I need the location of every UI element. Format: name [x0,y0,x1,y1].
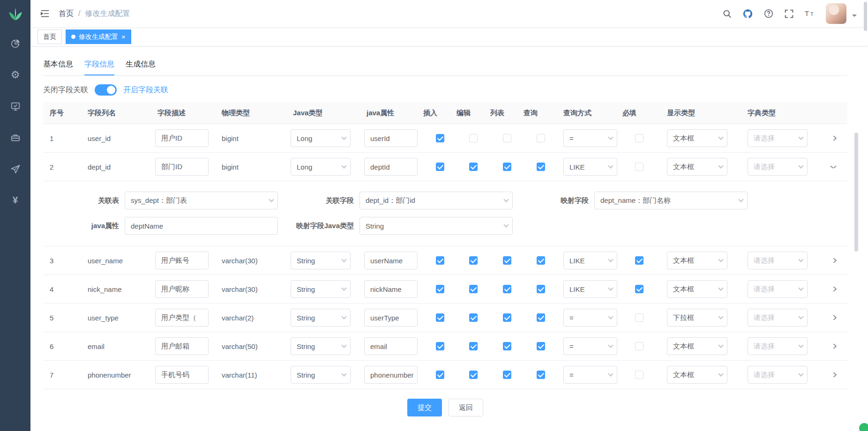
java-type-select[interactable]: String [291,280,351,298]
expand-row-icon[interactable] [830,344,836,349]
sidebar-toggle-button[interactable] [40,8,50,19]
column-desc-input[interactable]: 部门ID [155,158,209,176]
sidebar-item-pay[interactable]: ¥ [0,185,30,216]
font-size-icon[interactable]: TT [804,8,816,19]
insert-checkbox[interactable] [436,285,444,293]
java-prop-input[interactable]: phonenumber [364,366,418,384]
caret-down-icon[interactable] [852,15,857,19]
java-prop-input[interactable]: email [364,337,418,355]
mapped-java-type-select[interactable]: String [359,217,513,235]
dict-type-select[interactable]: 请选择 [748,366,808,384]
insert-checkbox[interactable] [436,134,444,142]
list-checkbox[interactable] [503,371,511,379]
expand-row-icon[interactable] [830,315,836,320]
query-checkbox[interactable] [537,163,545,171]
association-on-label[interactable]: 开启字段关联 [123,85,168,95]
list-checkbox[interactable] [503,134,511,142]
query-checkbox[interactable] [537,313,545,322]
query-type-select[interactable]: LIKE [563,252,617,269]
required-checkbox[interactable] [635,134,644,142]
display-type-select[interactable]: 下拉框 [667,309,727,327]
java-type-select[interactable]: String [291,252,351,269]
fullscreen-icon[interactable] [784,9,794,19]
display-type-select[interactable]: 文本框 [667,158,727,176]
app-logo[interactable] [0,0,30,28]
display-type-select[interactable]: 文本框 [667,337,727,355]
query-type-select[interactable]: = [563,337,617,355]
expand-row-icon[interactable] [830,287,836,291]
avatar[interactable] [826,3,846,24]
tag-home[interactable]: 首页 [37,30,62,44]
query-type-select[interactable]: = [563,309,617,327]
java-type-select[interactable]: Long [291,158,351,176]
column-desc-input[interactable]: 用户邮箱 [155,337,209,355]
sidebar-item-tool[interactable] [0,122,30,153]
java-type-select[interactable]: Long [291,129,351,147]
sidebar-item-system[interactable]: ⚙ [0,59,30,90]
detail-java-prop-input[interactable]: deptName [125,217,278,235]
display-type-select[interactable]: 文本框 [667,366,727,384]
insert-checkbox[interactable] [436,163,444,171]
dict-type-select[interactable]: 请选择 [748,309,808,327]
required-checkbox[interactable] [635,163,644,171]
floating-button[interactable] [859,423,868,431]
insert-checkbox[interactable] [436,313,444,322]
sidebar-item-monitor[interactable] [0,90,30,122]
column-desc-input[interactable]: 用户昵称 [155,280,209,298]
query-checkbox[interactable] [537,134,545,142]
table-scrollbar[interactable] [854,133,858,252]
query-type-select[interactable]: LIKE [563,158,617,176]
dict-type-select[interactable]: 请选择 [748,337,808,355]
submit-button[interactable]: 提交 [407,399,442,416]
edit-checkbox[interactable] [469,285,478,293]
back-button[interactable]: 返回 [449,399,483,416]
java-type-select[interactable]: String [291,309,351,327]
list-checkbox[interactable] [503,342,511,350]
close-icon[interactable]: × [121,33,126,40]
required-checkbox[interactable] [635,342,644,350]
list-checkbox[interactable] [503,256,511,265]
window-scrollbar[interactable] [864,2,867,31]
mapped-field-select[interactable]: dept_name：部门名称 [594,192,748,209]
edit-checkbox[interactable] [469,134,478,142]
query-type-select[interactable]: = [563,129,617,147]
insert-checkbox[interactable] [436,371,444,379]
java-type-select[interactable]: String [291,337,351,355]
query-checkbox[interactable] [537,342,545,350]
expand-row-icon[interactable] [830,258,836,263]
edit-checkbox[interactable] [469,256,478,265]
related-table-select[interactable]: sys_dept：部门表 [125,192,278,209]
edit-checkbox[interactable] [469,313,478,322]
breadcrumb-home[interactable]: 首页 [59,9,74,19]
expand-row-icon[interactable] [830,136,836,141]
tab-basic-info[interactable]: 基本信息 [43,54,73,75]
java-prop-input[interactable]: deptId [364,158,418,176]
tag-active[interactable]: 修改生成配置 × [66,30,131,44]
required-checkbox[interactable] [635,256,644,265]
column-desc-input[interactable]: 手机号码 [155,366,209,384]
query-checkbox[interactable] [537,285,545,293]
tab-field-info[interactable]: 字段信息 [84,54,114,75]
insert-checkbox[interactable] [436,256,444,265]
java-prop-input[interactable]: userName [364,252,418,269]
column-desc-input[interactable]: 用户类型（ [155,309,209,327]
help-icon[interactable] [763,8,774,19]
java-prop-input[interactable]: nickName [364,280,418,298]
java-prop-input[interactable]: userType [364,309,418,327]
search-icon[interactable] [722,9,732,19]
column-desc-input[interactable]: 用户ID [155,129,209,147]
java-type-select[interactable]: String [291,366,351,384]
expand-row-icon[interactable] [830,166,836,168]
list-checkbox[interactable] [503,285,511,293]
edit-checkbox[interactable] [469,163,478,171]
sidebar-item-guide[interactable] [0,153,30,185]
list-checkbox[interactable] [503,163,511,171]
dict-type-select[interactable]: 请选择 [748,252,808,269]
query-type-select[interactable]: = [563,366,617,384]
query-checkbox[interactable] [537,371,545,379]
query-checkbox[interactable] [537,256,545,265]
query-type-select[interactable]: LIKE [563,280,617,298]
tab-gen-info[interactable]: 生成信息 [126,54,156,75]
sidebar-item-dashboard[interactable] [0,28,30,59]
dict-type-select[interactable]: 请选择 [748,129,808,147]
